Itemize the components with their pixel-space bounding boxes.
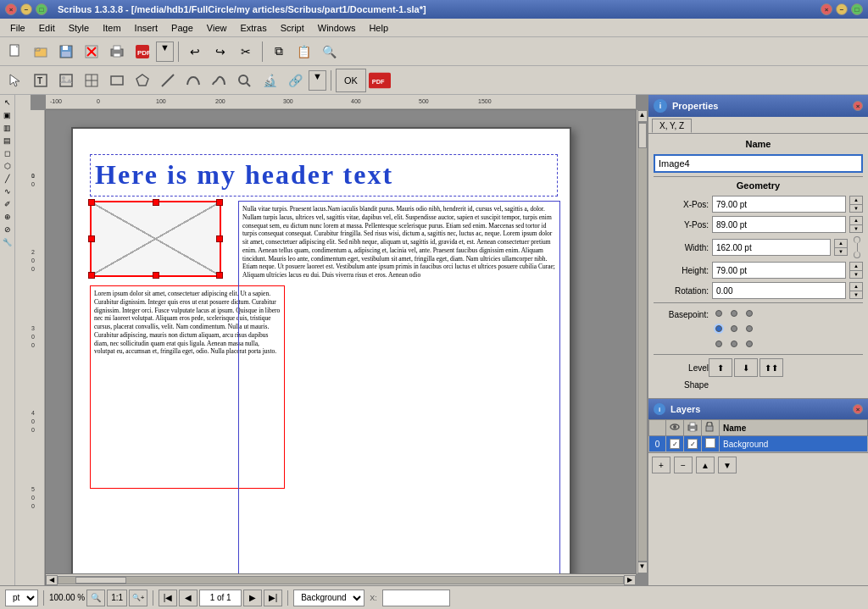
handle-tl[interactable] <box>88 199 95 206</box>
bp-tr[interactable] <box>743 307 756 320</box>
image-frame[interactable] <box>90 201 221 277</box>
menu-help[interactable]: Help <box>362 21 395 35</box>
eyedropper-tool[interactable]: 🔬 <box>258 69 281 92</box>
new-button[interactable] <box>3 40 27 64</box>
level-btn-1[interactable]: ⬆ <box>709 358 732 377</box>
handle-tm[interactable] <box>153 199 159 206</box>
layer-print[interactable]: ✓ <box>684 436 702 452</box>
vtool-4[interactable]: ◻ <box>2 147 14 159</box>
tools-dropdown[interactable]: ▼ <box>309 70 326 91</box>
table-tool[interactable] <box>80 69 103 92</box>
layer-remove-btn[interactable]: − <box>674 457 693 473</box>
scissors-button[interactable]: ✂ <box>234 40 258 64</box>
zoom-up-btn[interactable]: 🔍+ <box>129 590 147 606</box>
menu-page[interactable]: Page <box>164 21 200 35</box>
vtool-arrow[interactable]: ↖ <box>2 97 14 108</box>
pdf-button[interactable]: PDF <box>131 40 154 64</box>
zoom-tool[interactable] <box>232 69 256 92</box>
bp-tm[interactable] <box>727 307 741 320</box>
xpos-up[interactable]: ▲ <box>850 197 862 205</box>
menu-extras[interactable]: Extras <box>233 21 273 35</box>
layer-up-btn[interactable]: ▲ <box>696 457 715 473</box>
level-btn-2[interactable]: ⬇ <box>734 358 758 377</box>
page-last-btn[interactable]: ▶| <box>264 590 282 606</box>
rotation-value[interactable]: 0.00 <box>712 282 846 299</box>
scroll-left-btn[interactable]: ◀ <box>46 575 58 585</box>
width-spinner[interactable]: ▲ ▼ <box>834 239 848 256</box>
scroll-thumb-h[interactable] <box>75 577 126 584</box>
open-button[interactable] <box>29 40 53 64</box>
layer-down-btn[interactable]: ▼ <box>718 457 737 473</box>
redo-button[interactable]: ↪ <box>209 40 232 64</box>
minimize-button[interactable]: − <box>20 3 32 15</box>
page-first-btn[interactable]: |◀ <box>159 590 177 606</box>
ypos-spinner[interactable]: ▲ ▼ <box>849 216 863 233</box>
unit-select[interactable]: pt <box>5 590 38 606</box>
width-value[interactable]: 162.00 pt <box>712 239 831 256</box>
menu-script[interactable]: Script <box>274 21 311 35</box>
vtool-6[interactable]: ╱ <box>2 173 14 185</box>
layer-visible-check[interactable]: ✓ <box>670 439 680 449</box>
ypos-value[interactable]: 89.00 pt <box>712 216 846 233</box>
tab-xyz[interactable]: X, Y, Z <box>652 119 692 133</box>
rotation-spinner[interactable]: ▲ ▼ <box>849 282 863 299</box>
h-scrollbar[interactable]: ◀ ▶ <box>46 573 636 585</box>
rotation-down[interactable]: ▼ <box>850 291 862 299</box>
xpos-spinner[interactable]: ▲ ▼ <box>849 196 863 213</box>
vtool-3[interactable]: ▤ <box>2 135 14 147</box>
close-button[interactable]: × <box>5 3 17 15</box>
zoom-down-btn[interactable]: 🔍 <box>86 590 105 606</box>
freehand-tool[interactable] <box>207 69 231 92</box>
scroll-up-btn[interactable]: ▲ <box>637 110 648 122</box>
ok-button[interactable]: OK <box>336 69 366 92</box>
copy-button[interactable]: ⧉ <box>267 40 291 64</box>
name-input[interactable] <box>654 154 863 173</box>
close-doc-button[interactable] <box>80 40 103 64</box>
bp-br[interactable] <box>743 337 756 351</box>
handle-tr[interactable] <box>216 199 223 206</box>
zoom-1-1[interactable]: 1:1 <box>107 590 127 606</box>
window-min-btn[interactable]: − <box>836 3 848 15</box>
ypos-up[interactable]: ▲ <box>850 217 862 225</box>
undo-button[interactable]: ↩ <box>183 40 207 64</box>
width-down[interactable]: ▼ <box>835 248 847 256</box>
chain-icon[interactable] <box>851 236 863 258</box>
height-down[interactable]: ▼ <box>850 271 862 279</box>
image-tool[interactable] <box>54 69 78 92</box>
ypos-down[interactable]: ▼ <box>850 225 862 233</box>
bp-mm[interactable] <box>727 322 741 335</box>
height-spinner[interactable]: ▲ ▼ <box>849 262 863 279</box>
layers-close-btn[interactable]: × <box>853 404 863 414</box>
maximize-button[interactable]: □ <box>36 3 47 15</box>
save-button[interactable] <box>54 40 78 64</box>
vtool-2[interactable]: ▥ <box>2 122 14 134</box>
layer-add-btn[interactable]: + <box>652 457 670 473</box>
select-tool[interactable] <box>3 69 27 92</box>
level-btn-3[interactable]: ⬆⬆ <box>760 358 783 377</box>
shape-tool[interactable] <box>105 69 129 92</box>
paste-button[interactable]: 📋 <box>292 40 316 64</box>
menu-item[interactable]: Item <box>96 21 127 35</box>
line-tool[interactable] <box>156 69 180 92</box>
page-prev-btn[interactable]: ◀ <box>179 590 198 606</box>
header-text-frame[interactable]: Here is my header text <box>90 154 558 197</box>
vtool-5[interactable]: ⬡ <box>2 160 14 172</box>
bezier-tool[interactable] <box>181 69 205 92</box>
bp-mr[interactable] <box>743 322 756 335</box>
page-next-btn[interactable]: ▶ <box>243 590 262 606</box>
right-text-frame[interactable]: Nulla vitae turpis. Praesent lacus.Nam i… <box>238 201 560 585</box>
pdf-export-button[interactable]: PDF <box>368 69 392 92</box>
height-up[interactable]: ▲ <box>850 263 862 271</box>
vtool-1[interactable]: ▣ <box>2 109 14 121</box>
handle-bl[interactable] <box>88 272 95 279</box>
bp-bm[interactable] <box>727 337 741 351</box>
layer-print-check[interactable]: ✓ <box>687 439 698 449</box>
bp-ml[interactable] <box>712 322 726 335</box>
xpos-value[interactable]: 79.00 pt <box>712 196 846 213</box>
handle-mr[interactable] <box>216 235 223 242</box>
menu-edit[interactable]: Edit <box>32 21 62 35</box>
bp-tl[interactable] <box>712 307 726 320</box>
window-max-btn[interactable]: □ <box>851 3 863 15</box>
handle-br[interactable] <box>216 272 223 279</box>
menu-style[interactable]: Style <box>62 21 96 35</box>
